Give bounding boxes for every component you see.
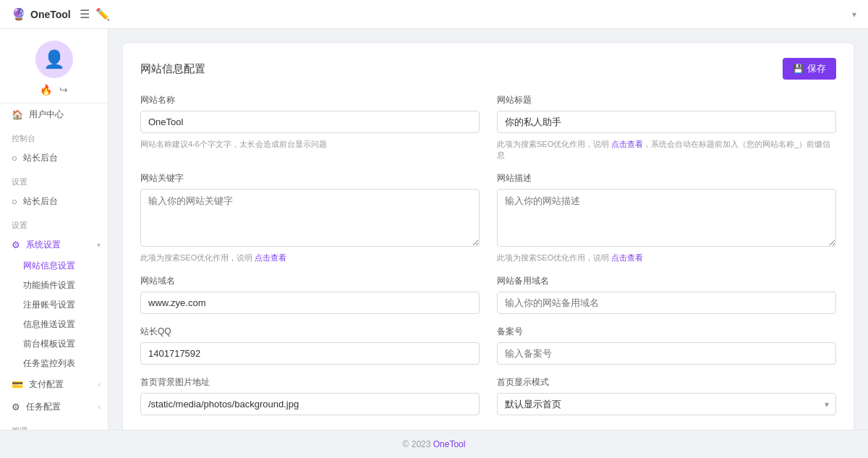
qq-group: 站长QQ: [140, 326, 480, 365]
site-name-group: 网站名称 网站名称建议4-6个字文字，太长会造成前台显示问题: [140, 94, 480, 161]
logo-icon: 🔮: [12, 7, 26, 21]
save-button-label: 保存: [807, 62, 826, 75]
site-desc-hint-link[interactable]: 点击查看: [611, 253, 643, 262]
footer: © 2023 OneTool: [0, 430, 868, 458]
site-desc-label: 网站描述: [497, 172, 836, 185]
icp-group: 备案号: [497, 326, 836, 365]
sidebar-item-label: 用户中心: [29, 109, 64, 121]
sidebar-item-payment[interactable]: 💳 支付配置 ‹: [0, 373, 108, 396]
chevron-down-icon: ▾: [97, 241, 101, 249]
sidebar-item-label: 站长后台: [23, 195, 58, 208]
sidebar-sub-item-task-monitor[interactable]: 任务监控列表: [23, 354, 108, 373]
topbar-right: ▾: [852, 9, 856, 20]
bg-image-label: 首页背景图片地址: [140, 376, 480, 389]
sidebar-section-manage: 管理: [0, 418, 108, 430]
site-desc-textarea[interactable]: [497, 189, 836, 247]
gear-icon: ⚙: [12, 239, 20, 250]
site-name-hint: 网站名称建议4-6个字文字，太长会造成前台显示问题: [140, 139, 480, 150]
site-desc-group: 网站描述 此项为搜索SEO优化作用，说明 点击查看: [497, 172, 836, 263]
sidebar-item-label: 支付配置: [29, 378, 64, 391]
logo[interactable]: 🔮 OneTool: [12, 7, 71, 21]
topbar-icons: ☰ ✏️: [80, 7, 110, 21]
backup-domain-input[interactable]: [497, 292, 836, 314]
logout-icon[interactable]: ↪: [59, 84, 68, 96]
task-icon: ⚙: [12, 402, 20, 412]
sidebar-item-label: 任务配置: [26, 401, 61, 413]
icp-label: 备案号: [497, 326, 836, 338]
logo-text: OneTool: [30, 9, 71, 20]
menu-icon[interactable]: ☰: [80, 7, 90, 21]
domain-input[interactable]: [140, 292, 480, 314]
site-keywords-group: 网站关键字 此项为搜索SEO优化作用，说明 点击查看: [140, 172, 480, 263]
sidebar-sub-item-frontend-template[interactable]: 前台模板设置: [23, 334, 108, 354]
sidebar-item-user-center[interactable]: 🏠 用户中心: [0, 103, 108, 126]
main-layout: 👤 🔥 ↪ 🏠 用户中心 控制台 ○ 站长后台 设置 ○ 站长后台 设置 ⚙ 系…: [0, 29, 868, 430]
site-desc-hint: 此项为搜索SEO优化作用，说明 点击查看: [497, 253, 836, 263]
payment-icon: 💳: [12, 379, 23, 390]
topbar: 🔮 OneTool ☰ ✏️ ▾: [0, 0, 868, 29]
bg-image-input[interactable]: [140, 393, 480, 415]
avatar-user-icon: 👤: [43, 49, 65, 69]
footer-brand-link[interactable]: OneTool: [433, 439, 466, 449]
topbar-left: 🔮 OneTool ☰ ✏️: [12, 7, 110, 21]
site-title-hint-link[interactable]: 点击查看: [611, 140, 643, 148]
fire-icon[interactable]: 🔥: [40, 84, 52, 96]
sidebar-section-settings-2: 设置: [0, 213, 108, 234]
avatar[interactable]: 👤: [35, 41, 73, 78]
sidebar-section-settings-1: 设置: [0, 169, 108, 190]
sidebar-item-site-backend-1[interactable]: ○ 站长后台: [0, 147, 108, 169]
settings-card: 网站信息配置 💾 保存 网站名称 网站名称建议4-6个字文字，太长会造成前台显示…: [123, 43, 854, 430]
site-title-input[interactable]: [497, 111, 836, 133]
site-keywords-hint: 此项为搜索SEO优化作用，说明 点击查看: [140, 253, 480, 263]
bg-image-group: 首页背景图片地址: [140, 376, 480, 415]
site-title-group: 网站标题 此项为搜索SEO优化作用，说明 点击查看，系统会自动在标题前加入（您的…: [497, 94, 836, 161]
backup-domain-group: 网站备用域名: [497, 275, 836, 314]
sidebar: 👤 🔥 ↪ 🏠 用户中心 控制台 ○ 站长后台 设置 ○ 站长后台 设置 ⚙ 系…: [0, 29, 109, 430]
save-icon: 💾: [793, 64, 804, 74]
card-header: 网站信息配置 💾 保存: [140, 58, 836, 80]
sidebar-sub-item-register[interactable]: 注册账号设置: [23, 295, 108, 315]
site-keywords-textarea[interactable]: [140, 189, 480, 247]
display-mode-select[interactable]: 默认显示首页 自定义模式: [497, 393, 836, 415]
display-mode-select-wrapper: 默认显示首页 自定义模式: [497, 393, 836, 415]
sidebar-section-console: 控制台: [0, 126, 108, 147]
card-title: 网站信息配置: [140, 62, 205, 76]
icp-input[interactable]: [497, 342, 836, 365]
circle-icon-1: ○: [12, 153, 17, 164]
site-keywords-hint-link[interactable]: 点击查看: [255, 253, 286, 262]
qq-input[interactable]: [140, 342, 480, 365]
qq-label: 站长QQ: [140, 326, 480, 338]
sidebar-sub-item-website-info[interactable]: 网站信息设置: [23, 256, 108, 276]
site-keywords-label: 网站关键字: [140, 172, 480, 185]
save-button[interactable]: 💾 保存: [783, 58, 836, 80]
site-name-input[interactable]: [140, 111, 480, 133]
sidebar-sub-item-plugin[interactable]: 功能插件设置: [23, 276, 108, 295]
sidebar-item-label: 站长后台: [23, 152, 58, 164]
sidebar-item-site-backend-2[interactable]: ○ 站长后台: [0, 190, 108, 213]
avatar-area: 👤 🔥 ↪: [0, 29, 108, 103]
site-title-hint: 此项为搜索SEO优化作用，说明 点击查看，系统会自动在标题前加入（您的网站名称_…: [497, 139, 836, 161]
form-grid: 网站名称 网站名称建议4-6个字文字，太长会造成前台显示问题 网站标题 此项为搜…: [140, 94, 836, 415]
edit-icon[interactable]: ✏️: [95, 7, 110, 21]
display-mode-label: 首页显示模式: [497, 376, 836, 389]
domain-label: 网站域名: [140, 275, 480, 287]
chevron-right-icon-task: ‹: [98, 403, 101, 411]
sidebar-item-system-settings[interactable]: ⚙ 系统设置 ▾: [0, 234, 108, 256]
circle-icon-2: ○: [12, 196, 17, 207]
sidebar-sub-menu: 网站信息设置 功能插件设置 注册账号设置 信息推送设置 前台模板设置 任务监控列…: [0, 256, 108, 373]
display-mode-group: 首页显示模式 默认显示首页 自定义模式: [497, 376, 836, 415]
domain-group: 网站域名: [140, 275, 480, 314]
site-title-label: 网站标题: [497, 94, 836, 106]
chevron-right-icon-payment: ‹: [98, 381, 101, 389]
site-name-label: 网站名称: [140, 94, 480, 106]
avatar-actions: 🔥 ↪: [40, 84, 68, 96]
sidebar-sub-item-message[interactable]: 信息推送设置: [23, 315, 108, 334]
backup-domain-label: 网站备用域名: [497, 275, 836, 287]
sidebar-item-label: 系统设置: [26, 239, 61, 251]
sidebar-item-task[interactable]: ⚙ 任务配置 ‹: [0, 396, 108, 418]
content-area: 网站信息配置 💾 保存 网站名称 网站名称建议4-6个字文字，太长会造成前台显示…: [109, 29, 868, 430]
topbar-chevron-icon[interactable]: ▾: [852, 9, 856, 20]
footer-copyright: © 2023: [403, 439, 433, 449]
home-icon: 🏠: [12, 109, 23, 120]
